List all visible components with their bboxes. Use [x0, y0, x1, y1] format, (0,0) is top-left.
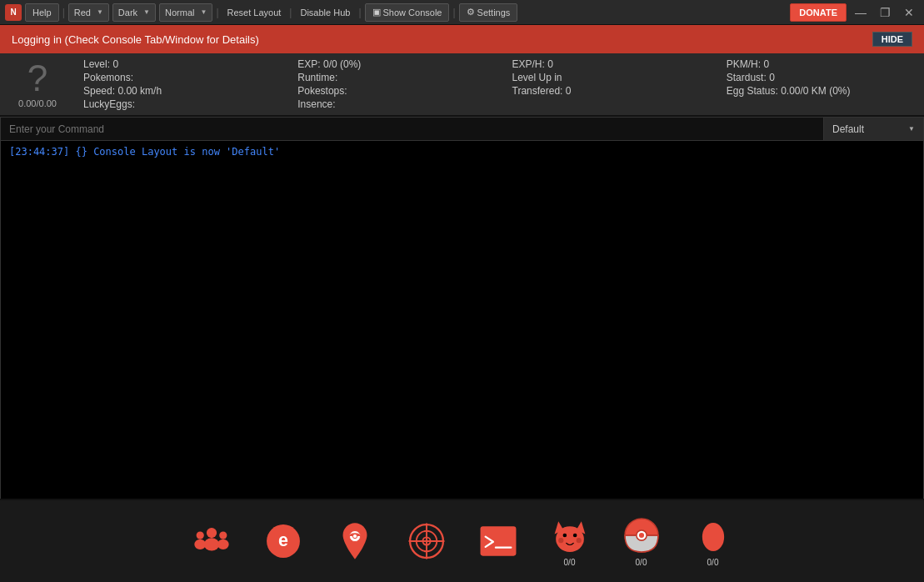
stats-bar: ? 0.00/0.00 Level: 0 EXP: 0/0 (0%) EXP/H… — [0, 53, 924, 117]
svg-point-3 — [194, 539, 206, 549]
exp-stat: EXP: 0/0 (0%) — [297, 58, 487, 70]
pokestops-stat: Pokestops: — [297, 85, 487, 97]
svg-text:e: e — [278, 530, 288, 550]
nav-item-team[interactable] — [176, 515, 247, 567]
radar-icon — [407, 522, 446, 560]
separator-4: | — [358, 7, 361, 18]
empty-stat — [512, 98, 702, 110]
pokeball-count: 0/0 — [636, 558, 647, 567]
avatar-section: ? 0.00/0.00 — [8, 60, 67, 108]
reset-layout-button[interactable]: Reset Layout — [222, 6, 287, 19]
avatar-value: 0.00/0.00 — [18, 98, 57, 108]
console-area: Default [23:44:37] {} Console Layout is … — [0, 117, 924, 508]
svg-point-22 — [558, 538, 563, 543]
separator-5: | — [452, 7, 455, 18]
svg-point-4 — [219, 532, 227, 539]
runtime-stat: Runtime: — [297, 72, 487, 83]
theme-red-dropdown[interactable]: Red — [68, 3, 109, 22]
pokeball-icon — [622, 516, 661, 554]
svg-point-5 — [217, 539, 228, 549]
nav-item-pikachu[interactable]: 0/0 — [534, 509, 606, 574]
close-button[interactable]: ✕ — [899, 3, 919, 22]
team-icon — [192, 522, 231, 560]
egg-count: 0/0 — [707, 558, 719, 567]
egg-stat: Egg Status: 0.00/0 KM (0%) — [727, 85, 916, 97]
egg-icon — [694, 516, 732, 554]
command-input[interactable] — [1, 123, 823, 135]
svg-point-21 — [572, 533, 577, 537]
minimize-button[interactable]: — — [850, 3, 872, 22]
theme-dark-dropdown[interactable]: Dark — [112, 3, 156, 22]
luckyeggs-stat: LuckyEggs: — [83, 98, 272, 110]
hide-button[interactable]: HIDE — [872, 32, 912, 47]
monitor-icon: ▣ — [372, 7, 381, 18]
nav-item-pokeball[interactable]: 0/0 — [606, 509, 677, 574]
pikachu-icon — [551, 516, 589, 554]
speed-stat: Speed: 0.00 km/h — [83, 85, 272, 97]
settings-button[interactable]: ⚙ Settings — [459, 3, 518, 22]
svg-point-27 — [638, 532, 643, 537]
nav-item-location[interactable]: e — [247, 515, 319, 567]
pokemons-stat: Pokemons: — [83, 72, 272, 83]
separator-1: | — [62, 7, 65, 18]
pkm-stat: PKM/H: 0 — [727, 58, 916, 70]
console-output: [23:44:37] {} Console Layout is now 'Def… — [0, 140, 924, 508]
separator-3: | — [289, 7, 292, 18]
nav-item-terminal[interactable] — [462, 515, 534, 567]
restore-button[interactable]: ❐ — [875, 3, 896, 22]
donate-button[interactable]: DONATE — [790, 3, 847, 22]
gear-icon: ⚙ — [467, 7, 475, 18]
nav-item-pokemon[interactable] — [319, 515, 391, 567]
console-line: [23:44:37] {} Console Layout is now 'Def… — [9, 146, 915, 158]
alert-banner: Logging in (Check Console Tab/Window for… — [0, 25, 924, 53]
bottom-nav: e — [0, 499, 924, 582]
nav-item-egg[interactable]: 0/0 — [677, 509, 749, 574]
layout-dropdown[interactable]: Default — [823, 118, 923, 141]
stats-grid: Level: 0 EXP: 0/0 (0%) EXP/H: 0 PKM/H: 0… — [83, 58, 916, 110]
mode-normal-dropdown[interactable]: Normal — [159, 3, 212, 22]
alert-message: Logging in (Check Console Tab/Window for… — [12, 33, 259, 46]
svg-point-1 — [203, 538, 218, 550]
avatar-icon: ? — [27, 60, 47, 97]
show-console-button[interactable]: ▣ Show Console — [365, 3, 450, 22]
location-icon: e — [264, 522, 302, 560]
app-logo: N — [5, 4, 22, 21]
svg-point-9 — [352, 534, 357, 538]
svg-rect-15 — [480, 526, 516, 555]
separator-2: | — [216, 7, 218, 18]
pokemon-pin-icon — [336, 522, 374, 560]
svg-point-23 — [576, 538, 581, 543]
help-button[interactable]: Help — [25, 3, 59, 22]
terminal-icon — [479, 522, 517, 560]
disable-hub-button[interactable]: Disable Hub — [295, 6, 355, 19]
svg-point-0 — [206, 528, 216, 538]
titlebar: N Help | Red Dark Normal | Reset Layout … — [0, 0, 924, 25]
nav-item-radar[interactable] — [391, 515, 462, 567]
insence-stat: Insence: — [297, 98, 487, 110]
svg-point-28 — [702, 522, 723, 550]
svg-point-2 — [196, 532, 203, 539]
pikachu-count: 0/0 — [564, 558, 576, 567]
transferred-stat: Transfered: 0 — [512, 85, 702, 97]
stardust-stat: Stardust: 0 — [727, 72, 916, 83]
console-header: Default — [0, 117, 924, 140]
level-stat: Level: 0 — [83, 58, 272, 70]
exph-stat: EXP/H: 0 — [512, 58, 702, 70]
svg-point-20 — [562, 533, 567, 537]
levelup-stat: Level Up in — [512, 72, 702, 83]
